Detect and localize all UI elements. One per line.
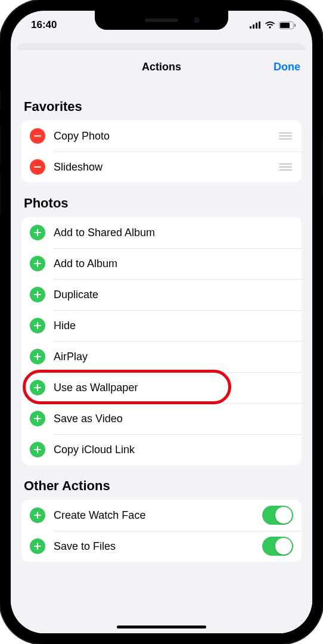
svg-rect-12 xyxy=(34,263,41,264)
svg-rect-18 xyxy=(34,356,41,357)
status-time: 16:40 xyxy=(31,19,57,31)
svg-rect-26 xyxy=(34,515,41,516)
bottom-fade xyxy=(11,617,312,633)
actions-sheet: Actions Done Favorites Copy Photo xyxy=(11,50,312,633)
row-label: Copy Photo xyxy=(54,130,279,143)
remove-icon[interactable] xyxy=(30,159,45,175)
svg-rect-0 xyxy=(250,26,251,29)
photos-row-duplicate[interactable]: Duplicate xyxy=(21,279,302,310)
add-icon[interactable] xyxy=(30,538,45,554)
battery-icon xyxy=(279,21,296,29)
photos-list: Add to Shared Album Add to Album Duplica… xyxy=(21,217,302,465)
other-actions-list: Create Watch Face Save to Files xyxy=(21,500,302,562)
done-button[interactable]: Done xyxy=(274,61,300,73)
photos-row-use-as-wallpaper[interactable]: Use as Wallpaper xyxy=(21,372,302,403)
add-icon[interactable] xyxy=(30,442,45,457)
svg-rect-5 xyxy=(280,23,290,28)
device-frame: 16:40 Actions Done Favorites xyxy=(0,0,323,644)
notch xyxy=(95,11,228,30)
add-icon[interactable] xyxy=(30,287,45,302)
other-row-save-to-files[interactable]: Save to Files xyxy=(21,531,302,562)
other-actions-heading: Other Actions xyxy=(21,465,302,500)
photos-row-copy-icloud-link[interactable]: Copy iCloud Link xyxy=(21,434,302,465)
svg-rect-28 xyxy=(34,546,41,547)
reorder-handle-icon[interactable] xyxy=(279,163,293,171)
photos-row-hide[interactable]: Hide xyxy=(21,310,302,341)
svg-rect-7 xyxy=(34,135,41,137)
row-label: Add to Album xyxy=(54,258,293,270)
wifi-icon xyxy=(265,21,275,29)
photos-row-save-as-video[interactable]: Save as Video xyxy=(21,403,302,434)
cellular-icon xyxy=(250,21,261,29)
favorites-heading: Favorites xyxy=(21,83,302,120)
svg-rect-8 xyxy=(34,166,41,168)
row-label: Save to Files xyxy=(54,540,262,553)
row-label: Add to Shared Album xyxy=(54,227,293,239)
page-title: Actions xyxy=(142,61,181,73)
svg-rect-6 xyxy=(294,24,296,27)
svg-rect-24 xyxy=(34,449,41,450)
other-row-create-watch-face[interactable]: Create Watch Face xyxy=(21,500,302,531)
svg-rect-10 xyxy=(34,232,41,233)
svg-rect-14 xyxy=(34,294,41,295)
add-icon[interactable] xyxy=(30,349,45,364)
favorite-row-slideshow[interactable]: Slideshow xyxy=(21,151,302,182)
svg-rect-16 xyxy=(34,325,41,326)
remove-icon[interactable] xyxy=(30,128,45,144)
volume-up-button xyxy=(0,125,1,166)
reorder-handle-icon[interactable] xyxy=(279,132,293,140)
add-icon[interactable] xyxy=(30,318,45,333)
add-icon[interactable] xyxy=(30,380,45,395)
status-indicators xyxy=(250,21,296,29)
svg-rect-1 xyxy=(253,24,254,29)
row-label: Copy iCloud Link xyxy=(54,444,293,456)
content: Favorites Copy Photo Slideshow xyxy=(11,83,312,562)
row-label: Create Watch Face xyxy=(54,509,262,522)
toggle-switch[interactable] xyxy=(262,506,293,525)
row-label: Use as Wallpaper xyxy=(54,382,293,394)
photos-row-airplay[interactable]: AirPlay xyxy=(21,341,302,372)
row-label: Save as Video xyxy=(54,413,293,425)
row-label: Duplicate xyxy=(54,289,293,301)
row-label: Hide xyxy=(54,320,293,332)
photos-row-add-to-album[interactable]: Add to Album xyxy=(21,248,302,279)
svg-rect-2 xyxy=(256,23,257,29)
svg-rect-20 xyxy=(34,387,41,388)
favorites-list: Copy Photo Slideshow xyxy=(21,120,302,182)
add-icon[interactable] xyxy=(30,256,45,271)
photos-heading: Photos xyxy=(21,182,302,217)
favorite-row-copy-photo[interactable]: Copy Photo xyxy=(21,120,302,151)
add-icon[interactable] xyxy=(30,411,45,426)
row-label: Slideshow xyxy=(54,161,279,174)
add-icon[interactable] xyxy=(30,225,45,240)
mute-switch xyxy=(0,89,1,111)
home-indicator[interactable] xyxy=(117,626,206,628)
add-icon[interactable] xyxy=(30,507,45,523)
nav-bar: Actions Done xyxy=(11,50,312,83)
toggle-switch[interactable] xyxy=(262,537,293,556)
svg-rect-3 xyxy=(259,21,260,29)
svg-rect-22 xyxy=(34,418,41,419)
photos-row-add-to-shared-album[interactable]: Add to Shared Album xyxy=(21,217,302,248)
row-label: AirPlay xyxy=(54,351,293,363)
screen: 16:40 Actions Done Favorites xyxy=(11,11,312,633)
volume-down-button xyxy=(0,174,1,215)
